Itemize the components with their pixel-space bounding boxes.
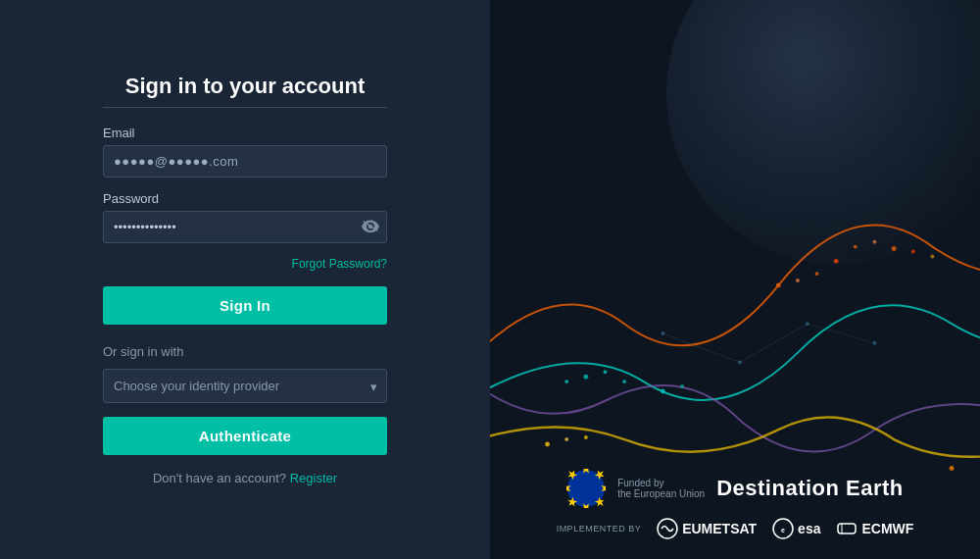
svg-point-8 — [911, 250, 915, 254]
ecmwf-logo-icon — [836, 518, 858, 539]
svg-rect-39 — [838, 524, 856, 534]
password-label: Password — [103, 191, 387, 206]
right-panel: Funded by the European Union Destination… — [490, 0, 980, 559]
svg-point-9 — [930, 254, 934, 258]
register-link[interactable]: Register — [290, 471, 337, 485]
implemented-by-label: IMPLEMENTED BY — [557, 524, 642, 534]
svg-point-2 — [796, 279, 800, 282]
left-panel: Sign in to your account Email Password F… — [0, 0, 490, 559]
toggle-password-icon[interactable] — [362, 219, 379, 236]
eumetsat-logo-icon — [657, 518, 678, 539]
svg-point-12 — [604, 370, 608, 374]
email-label: Email — [103, 126, 387, 140]
email-field-group: Email — [103, 126, 387, 178]
esa-logo-icon: e — [772, 518, 794, 539]
svg-point-26 — [873, 341, 877, 345]
funded-text: Funded by the European Union — [617, 478, 705, 499]
implemented-row: IMPLEMENTED BY EUMETSAT e esa — [557, 518, 914, 539]
svg-point-23 — [661, 331, 664, 335]
svg-point-16 — [545, 441, 550, 446]
svg-point-1 — [776, 282, 781, 287]
svg-line-21 — [740, 324, 808, 362]
svg-text:e: e — [781, 527, 785, 534]
eumetsat-logo: EUMETSAT — [657, 518, 757, 539]
svg-line-22 — [808, 324, 875, 343]
svg-point-3 — [815, 272, 819, 276]
register-prompt: Don't have an account? — [153, 471, 286, 485]
form-container: Sign in to your account Email Password F… — [103, 74, 387, 485]
esa-logo: e esa — [772, 518, 820, 539]
destination-earth-title: Destination Earth — [716, 476, 904, 501]
identity-provider-select[interactable]: Choose your identity provider EUMETSAT E… — [103, 369, 387, 403]
page-title: Sign in to your account — [103, 74, 387, 99]
funded-label: Funded by — [617, 478, 705, 488]
forgot-password-link[interactable]: Forgot Password? — [103, 257, 387, 271]
eu-flag-icon — [566, 469, 606, 508]
email-input[interactable] — [103, 145, 387, 178]
ecmwf-label: ECMWF — [861, 521, 913, 536]
register-section: Don't have an account? Register — [103, 471, 387, 485]
password-wrapper — [103, 211, 387, 243]
svg-point-18 — [584, 435, 588, 439]
svg-point-15 — [680, 384, 684, 388]
identity-select-wrapper: Choose your identity provider EUMETSAT E… — [103, 369, 387, 403]
authenticate-button[interactable]: Authenticate — [103, 417, 387, 455]
svg-point-6 — [873, 240, 877, 244]
svg-point-7 — [892, 246, 897, 251]
signin-button[interactable]: Sign In — [103, 286, 387, 325]
svg-point-25 — [806, 322, 809, 326]
svg-line-20 — [662, 333, 740, 362]
svg-point-11 — [583, 375, 588, 380]
title-divider — [103, 107, 387, 108]
svg-point-24 — [738, 361, 742, 365]
or-divider: Or sign in with — [103, 344, 387, 359]
svg-point-14 — [661, 388, 665, 393]
svg-point-17 — [564, 437, 568, 441]
eu-funded-row: Funded by the European Union Destination… — [566, 469, 904, 508]
esa-label: esa — [798, 521, 820, 536]
svg-point-4 — [834, 259, 839, 264]
eumetsat-label: EUMETSAT — [682, 521, 757, 536]
svg-point-10 — [564, 380, 568, 383]
bottom-logos: Funded by the European Union Destination… — [490, 469, 980, 539]
svg-point-13 — [622, 380, 626, 383]
password-input[interactable] — [103, 211, 387, 243]
funded-by-text: the European Union — [617, 488, 705, 499]
svg-point-5 — [854, 245, 858, 249]
data-wave-visualization — [490, 186, 980, 481]
password-field-group: Password — [103, 191, 387, 243]
ecmwf-logo: ECMWF — [836, 518, 913, 539]
